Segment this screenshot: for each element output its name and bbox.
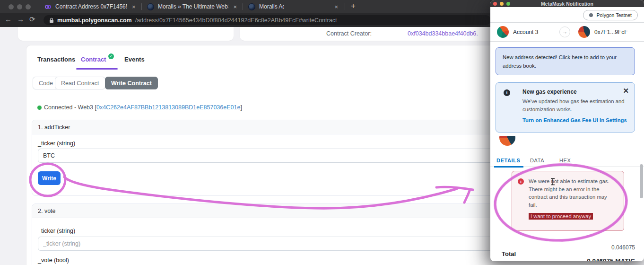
tab-transactions[interactable]: Transactions [37, 56, 75, 63]
forward-icon[interactable]: → [17, 15, 24, 23]
close-icon[interactable]: ✕ [623, 87, 629, 95]
active-tab-underline [76, 68, 118, 70]
account-row: Account 3 → 0x7F1...9FcF [490, 23, 644, 42]
window-minimize-button[interactable] [17, 4, 22, 9]
window-close-button[interactable] [9, 4, 14, 9]
tab-hex[interactable]: HEX [559, 158, 571, 163]
metamask-notification-window: MetaMask Notification Polygon Testnet Ac… [490, 0, 644, 261]
tab-separator [243, 3, 243, 10]
new-address-notice[interactable]: New address detected! Click here to add … [496, 47, 635, 75]
connected-status-text: Connected - Web3 [44, 104, 95, 111]
tab-events[interactable]: Events [124, 56, 145, 63]
tab-title: Contract Address 0x7F14565e [55, 3, 127, 10]
address-bar[interactable]: mumbai.polygonscan.com/address/0x7F14565… [44, 15, 491, 25]
network-badge[interactable]: Polygon Testnet [583, 10, 638, 20]
back-icon[interactable]: ← [5, 15, 12, 23]
read-contract-button-label: Read Contract [61, 80, 99, 87]
window-zoom-button[interactable] [26, 4, 31, 9]
gas-estimate-error-box: i We were not able to estimate gas. Ther… [512, 171, 624, 231]
tab-contract[interactable]: Contract [81, 56, 106, 63]
url-domain: mumbai.polygonscan.com [57, 17, 132, 24]
vote-ticker-field-label: _ticker (string) [38, 228, 75, 234]
tab-moralis-web3[interactable]: Moralis » The Ultimate Web3 D × [143, 0, 242, 13]
gas-banner-title: New gas experience [522, 88, 628, 95]
total-label: Total [502, 250, 516, 257]
tab-separator [141, 3, 142, 10]
sender-avatar [499, 136, 515, 146]
to-account-address: 0x7F1...9FcF [594, 29, 628, 35]
reload-icon[interactable]: ⟳ [29, 15, 35, 24]
section-addticker-title: 1. addTicker [38, 124, 70, 131]
info-icon: i [504, 89, 510, 96]
sender-avatar-clipped [499, 136, 515, 146]
proceed-anyway-link[interactable]: I want to proceed anyway [529, 213, 593, 220]
section-vote-title: 2. vote [38, 208, 56, 214]
contract-creator-address[interactable]: 0xf034bd334bbae4f40db6. [408, 30, 478, 37]
url-path: /address/0x7F14565e434bD0f804d244192dE6c… [135, 17, 337, 24]
contract-creator-label: Contract Creator: [326, 30, 372, 37]
metamask-window-title: MetaMask Notification [490, 1, 644, 7]
from-account-avatar [497, 26, 509, 38]
code-button-label: Code [39, 80, 53, 87]
verified-check-icon: ✓ [108, 53, 114, 59]
connected-status-icon [37, 106, 42, 110]
write-contract-button-label: Write Contract [111, 80, 152, 87]
vote-bool-field-label: _vote (bool) [38, 257, 69, 264]
total-value: 0.046075 [611, 244, 635, 251]
error-info-icon: i [518, 178, 524, 185]
tab-details[interactable]: DETAILS [496, 158, 520, 163]
tab-close-icon[interactable]: × [131, 3, 137, 10]
ticker-field-label: _ticker (string) [38, 140, 75, 147]
active-tab-underline [494, 166, 523, 168]
moralis-icon [248, 3, 255, 10]
write-contract-button[interactable]: Write Contract [105, 77, 158, 89]
bracket: ] [240, 104, 242, 111]
metamask-tabs: DETAILS DATA HEX [490, 154, 644, 167]
from-account-name: Account 3 [513, 29, 538, 35]
metamask-titlebar: MetaMask Notification [490, 0, 644, 7]
network-row: Polygon Testnet [490, 7, 644, 23]
tab-contract-address[interactable]: Contract Address 0x7F14565e × [41, 0, 141, 13]
connected-status: Connected - Web3 [0x4C262e4AF87BBb121381… [44, 104, 242, 111]
error-message: We were not able to estimate gas. There … [529, 177, 615, 209]
gas-experience-banner: i New gas experience We've updated how g… [496, 82, 635, 132]
connected-wallet-address[interactable]: 0x4C262e4AF87BBb1213813089BD1eE857036eE0… [96, 104, 240, 111]
write-button[interactable]: Write [38, 171, 61, 185]
scrollbar-thumb[interactable] [640, 164, 643, 198]
tab-separator [345, 3, 345, 10]
new-tab-button[interactable]: + [351, 1, 356, 11]
gas-banner-body: We've updated how gas fee estimation and… [522, 97, 636, 114]
read-contract-button[interactable]: Read Contract [55, 77, 105, 89]
new-address-notice-text: New address detected! Click here to add … [503, 54, 617, 69]
polygonscan-icon [44, 3, 52, 10]
gas-settings-link[interactable]: Turn on Enhanced Gas Fee UI in Settings [522, 117, 628, 123]
tab-title: Moralis » The Ultimate Web3 D [158, 3, 228, 10]
network-name: Polygon Testnet [596, 12, 632, 18]
tab-close-icon[interactable]: × [333, 3, 339, 10]
tab-title: Moralis Admin [259, 3, 284, 10]
tab-data[interactable]: DATA [530, 158, 544, 163]
tab-close-icon[interactable]: × [232, 3, 238, 10]
arrow-right-icon: → [559, 26, 570, 37]
tab-moralis-admin[interactable]: Moralis Admin × [244, 0, 343, 13]
lock-icon [49, 18, 54, 23]
moralis-icon [147, 3, 154, 10]
total-amount-clipped: 0.046075 MATIC [587, 257, 635, 261]
network-dot-icon [589, 13, 593, 17]
to-account-avatar [578, 26, 590, 38]
contract-overview-card [18, 27, 234, 41]
